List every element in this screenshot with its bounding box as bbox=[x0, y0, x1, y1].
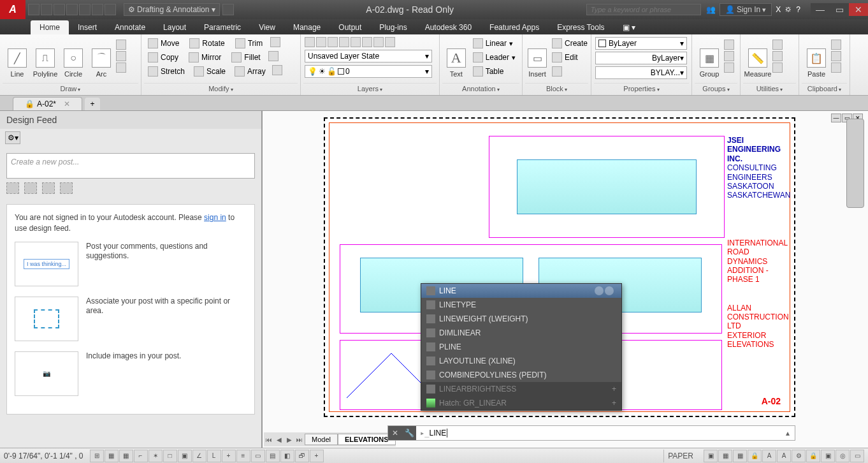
qat-more-icon[interactable] bbox=[222, 4, 234, 15]
polyline-button[interactable]: ⎍Polyline bbox=[32, 37, 59, 79]
panel-title-properties[interactable]: Properties bbox=[594, 83, 689, 94]
otrack-toggle[interactable]: ∠ bbox=[192, 450, 206, 462]
arc-button[interactable]: ⌒Arc bbox=[88, 37, 115, 79]
ungroup-icon[interactable] bbox=[724, 40, 734, 50]
rotate-button[interactable]: Rotate bbox=[187, 37, 227, 50]
help-icon[interactable] bbox=[595, 286, 604, 295]
grid-toggle[interactable]: ▦ bbox=[119, 450, 133, 462]
layer-freeze-icon[interactable] bbox=[328, 37, 338, 47]
cmd-suggestion[interactable]: Hatch: GR_LINEAR+ bbox=[421, 396, 621, 410]
cmd-suggestion[interactable]: LAYOUTLINE (XLINE) bbox=[421, 354, 621, 368]
panel-title-annotation[interactable]: Annotation bbox=[442, 83, 519, 94]
qv-drawings[interactable]: ▦ bbox=[733, 450, 747, 462]
erase-icon[interactable] bbox=[270, 37, 280, 47]
layout-nav-next[interactable]: ▶ bbox=[284, 433, 294, 446]
df-people-icon[interactable] bbox=[42, 182, 55, 194]
tab-manage[interactable]: Manage bbox=[284, 20, 329, 34]
layer-state-dropdown[interactable]: Unsaved Layer State▾ bbox=[305, 50, 432, 62]
help-icon[interactable]: ? bbox=[796, 5, 800, 14]
ortho-toggle[interactable]: ⌐ bbox=[134, 450, 148, 462]
toolbar-lock[interactable]: 🔒 bbox=[806, 450, 820, 462]
close-button[interactable]: ✕ bbox=[849, 3, 868, 16]
layer-off-icon[interactable] bbox=[316, 37, 326, 47]
array-button[interactable]: Array bbox=[232, 65, 268, 78]
layout-nav-prev[interactable]: ◀ bbox=[274, 433, 284, 446]
create-block-button[interactable]: Create bbox=[549, 37, 590, 50]
panel-title-clipboard[interactable]: Clipboard bbox=[802, 83, 847, 94]
df-image-icon[interactable] bbox=[60, 182, 73, 194]
tab-view[interactable]: View bbox=[250, 20, 284, 34]
cmd-suggestion[interactable]: DIMLINEAR bbox=[421, 326, 621, 340]
tab-plugins[interactable]: Plug-ins bbox=[370, 20, 416, 34]
match-icon[interactable] bbox=[831, 62, 841, 73]
cmd-suggestion[interactable]: LINEARBRIGHTNESS+ bbox=[421, 382, 621, 396]
df-pin-icon[interactable] bbox=[24, 182, 37, 194]
exchange-icon[interactable]: X bbox=[776, 5, 781, 14]
signin-button[interactable]: 👤 Sign In ▾ bbox=[720, 3, 772, 16]
qat-plot-icon[interactable] bbox=[79, 4, 90, 15]
tab-layout[interactable]: Layout bbox=[154, 20, 195, 34]
globe-icon[interactable] bbox=[605, 286, 614, 295]
qat-undo-icon[interactable] bbox=[92, 4, 103, 15]
qp-toggle[interactable]: ▤ bbox=[266, 450, 280, 462]
table-button[interactable]: Table bbox=[470, 65, 518, 78]
linear-dim-button[interactable]: Linear ▾ bbox=[470, 37, 518, 50]
copyclip-icon[interactable] bbox=[831, 51, 841, 61]
explode-icon[interactable] bbox=[268, 51, 278, 61]
panel-title-modify[interactable]: Modify bbox=[144, 83, 298, 94]
fillet-button[interactable]: Fillet bbox=[229, 51, 263, 64]
signin-link[interactable]: sign in bbox=[204, 213, 226, 222]
tab-parametric[interactable]: Parametric bbox=[195, 20, 250, 34]
ws-toggle[interactable]: ⚙ bbox=[792, 450, 806, 462]
move-button[interactable]: Move bbox=[145, 37, 182, 50]
panel-title-utilities[interactable]: Utilities bbox=[743, 83, 796, 94]
new-post-input[interactable]: Create a new post... bbox=[6, 153, 255, 179]
cut-icon[interactable] bbox=[831, 40, 841, 50]
calc-icon[interactable] bbox=[772, 62, 783, 73]
3dosnap-toggle[interactable]: ▣ bbox=[178, 450, 192, 462]
paste-button[interactable]: 📋Paste bbox=[803, 37, 830, 79]
search-input[interactable] bbox=[586, 4, 701, 15]
app-logo[interactable]: A bbox=[0, 0, 25, 19]
cmd-suggestion[interactable]: LINETYPE bbox=[421, 298, 621, 312]
qat-saveas-icon[interactable] bbox=[66, 4, 78, 15]
tab-insert[interactable]: Insert bbox=[69, 20, 106, 34]
cmdline-close-button[interactable]: ✕ bbox=[388, 426, 402, 440]
tpy-toggle[interactable]: ▭ bbox=[251, 450, 265, 462]
lineweight-dropdown[interactable]: BYLAY...▾ bbox=[595, 66, 687, 79]
new-tab-button[interactable]: + bbox=[85, 98, 100, 110]
cmd-suggestion[interactable]: PLINE bbox=[421, 340, 621, 354]
hatch-icon[interactable] bbox=[116, 62, 126, 73]
minimize-button[interactable]: — bbox=[811, 3, 830, 16]
annoauto-toggle[interactable]: A bbox=[777, 450, 791, 462]
workspace-dropdown[interactable]: ⚙ Drafting & Annotation ▾ bbox=[124, 3, 220, 16]
cmd-suggestion[interactable]: LINE bbox=[421, 284, 621, 298]
edit-block-button[interactable]: Edit bbox=[549, 51, 590, 64]
tab-home[interactable]: Home bbox=[31, 20, 69, 34]
panel-title-groups[interactable]: Groups bbox=[695, 83, 737, 94]
group-button[interactable]: ▦Group bbox=[696, 37, 723, 79]
layer-lock-icon[interactable] bbox=[339, 37, 349, 47]
layout-tab-model[interactable]: Model bbox=[305, 434, 338, 445]
leader-button[interactable]: Leader ▾ bbox=[470, 51, 518, 64]
qat-redo-icon[interactable] bbox=[105, 4, 116, 15]
group-bb-icon[interactable] bbox=[724, 62, 734, 73]
color-dropdown[interactable]: ByLayer▾ bbox=[595, 37, 687, 50]
close-tab-icon[interactable]: ✕ bbox=[64, 99, 70, 108]
cmd-suggestion[interactable]: LINEWEIGHT (LWEIGHT) bbox=[421, 312, 621, 326]
layout-nav-last[interactable]: ⏭ bbox=[294, 433, 305, 446]
am-toggle[interactable]: 🗗 bbox=[295, 450, 309, 462]
block-attr-button[interactable] bbox=[549, 65, 590, 78]
am2-toggle[interactable]: + bbox=[310, 450, 324, 462]
infer-toggle[interactable]: ⊞ bbox=[90, 450, 104, 462]
qat-open-icon[interactable] bbox=[41, 4, 52, 15]
cleanscreen-toggle[interactable]: ▭ bbox=[850, 450, 864, 462]
cmdline-options-button[interactable]: 🔧 bbox=[402, 426, 416, 440]
text-button[interactable]: AText bbox=[444, 37, 469, 79]
layer-color-icon[interactable] bbox=[351, 37, 361, 47]
snap-toggle[interactable]: ▦ bbox=[105, 450, 119, 462]
select-icon[interactable] bbox=[772, 40, 783, 50]
panel-title-draw[interactable]: Draw bbox=[3, 83, 138, 94]
cmdline-expand-button[interactable]: ▴ bbox=[781, 426, 795, 440]
ducs-toggle[interactable]: L bbox=[207, 450, 221, 462]
